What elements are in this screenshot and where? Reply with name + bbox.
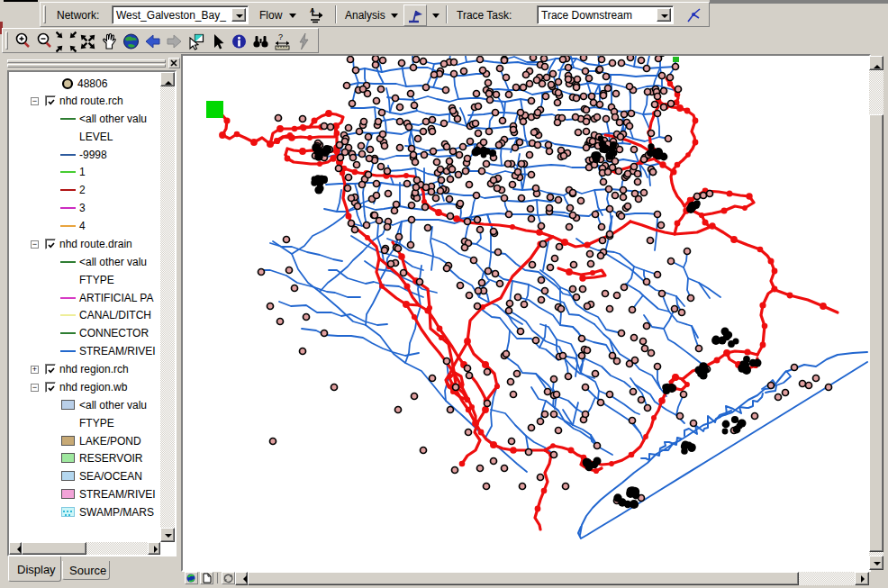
svg-text:A: A — [310, 6, 315, 14]
svg-text:?: ? — [278, 32, 283, 41]
